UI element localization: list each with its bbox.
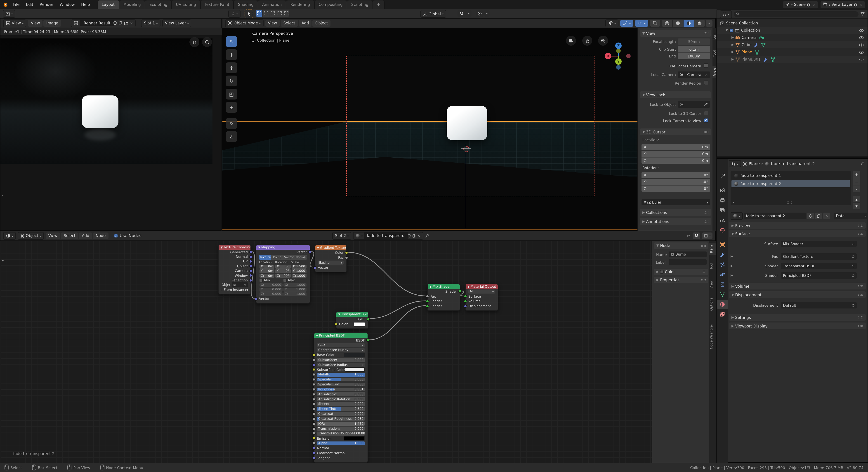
pin-icon[interactable] bbox=[425, 233, 430, 238]
properties-tab-world[interactable] bbox=[717, 226, 728, 235]
expander-icon[interactable]: ▶ bbox=[732, 36, 734, 39]
properties-tab-scene[interactable] bbox=[717, 216, 728, 225]
mapping-type-normal[interactable]: Normal bbox=[295, 255, 307, 259]
node-header[interactable]: ▼ Mix Shader bbox=[428, 284, 460, 289]
node-row-all[interactable]: All▾ bbox=[466, 289, 498, 294]
go-to-parent-node-icon[interactable] bbox=[686, 233, 691, 238]
properties-tab-render[interactable] bbox=[717, 186, 728, 195]
properties-tab-object[interactable] bbox=[717, 240, 728, 249]
eye-open-icon[interactable] bbox=[859, 28, 864, 33]
color-swatch[interactable] bbox=[345, 367, 365, 372]
node-slider[interactable]: Specular:0.500 bbox=[317, 378, 365, 382]
clip-end-field[interactable]: 1000m bbox=[678, 53, 710, 59]
output-socket-vector[interactable] bbox=[308, 250, 311, 254]
unlink-image-icon[interactable]: × bbox=[130, 21, 133, 25]
collections-panel-header[interactable]: ▶ Collections bbox=[640, 209, 711, 216]
node-row-anisotropic-rotation-[interactable]: Anisotropic Rotation:0.000 bbox=[314, 397, 368, 402]
outliner-row-plane[interactable]: ▶Plane bbox=[717, 49, 868, 56]
outliner-item-label[interactable]: Plane bbox=[742, 50, 752, 54]
new-image-icon[interactable] bbox=[119, 21, 123, 25]
workspace-tab-scripting[interactable]: Scripting bbox=[347, 0, 373, 9]
main-menu-edit[interactable]: Edit bbox=[23, 0, 36, 9]
remove-layer-icon[interactable]: × bbox=[860, 2, 863, 7]
editor-type-outliner[interactable]: ▾ bbox=[720, 10, 732, 18]
object-visibility-dropdown[interactable]: ▾ bbox=[605, 19, 618, 27]
sidebar-tab-node-wrangler[interactable]: Node Wrangler bbox=[709, 322, 716, 351]
node-row-clearcoat-[interactable]: Clearcoat:0.000 bbox=[314, 411, 368, 416]
input-socket-clearcoat normal[interactable] bbox=[312, 452, 315, 455]
node-row-christensen-burley[interactable]: Christensen-Burley▾ bbox=[314, 348, 368, 353]
shading-wireframe-button[interactable] bbox=[662, 20, 672, 26]
filter-icon[interactable] bbox=[860, 12, 865, 16]
output-socket-normal[interactable] bbox=[249, 255, 252, 258]
image-menu-view[interactable]: View bbox=[28, 20, 42, 26]
preview-panel-header[interactable]: ▶ Preview bbox=[729, 222, 866, 229]
socket-expander[interactable]: ▶ bbox=[731, 274, 733, 277]
shader-type-selector[interactable]: Object▾ bbox=[18, 232, 43, 239]
zoom-image-button[interactable] bbox=[202, 37, 212, 47]
workspace-tab-modeling[interactable]: Modeling bbox=[119, 0, 145, 9]
main-menu-render[interactable]: Render bbox=[36, 0, 57, 9]
active-tool-button[interactable] bbox=[245, 9, 253, 18]
open-image-folder-icon[interactable] bbox=[124, 21, 128, 25]
cursor-rotation-x[interactable]: X:0° bbox=[642, 172, 710, 178]
local-camera-field[interactable]: Camera× bbox=[678, 71, 710, 78]
node-slider[interactable]: Metallic:1.000 bbox=[317, 373, 365, 377]
properties-tab-particles[interactable] bbox=[717, 260, 728, 269]
node-row-sheen-tint-[interactable]: Sheen Tint:0.500 bbox=[314, 407, 368, 412]
input-socket-fac[interactable] bbox=[426, 295, 429, 298]
select-mode-extend[interactable] bbox=[263, 10, 269, 17]
mode-selector[interactable]: Object Mode▾ bbox=[225, 19, 264, 27]
main-menu-file[interactable]: File bbox=[10, 0, 23, 9]
node-row-transmission-roughness-[interactable]: Transmission Roughness:0.000 bbox=[314, 431, 368, 436]
node-slider[interactable]: Clearcoat Roughness:0.030 bbox=[317, 417, 365, 421]
node-link-mapping-to-gradient-texture[interactable] bbox=[310, 252, 314, 267]
select-mode-invert[interactable] bbox=[276, 10, 283, 17]
input-socket-vector[interactable] bbox=[254, 297, 258, 300]
add-slot-button[interactable]: + bbox=[852, 171, 860, 178]
view-panel-header[interactable]: ▼ View bbox=[640, 30, 711, 37]
camera-view-button[interactable] bbox=[566, 36, 576, 46]
select-mode-set[interactable] bbox=[256, 10, 262, 17]
surface-panel-header[interactable]: ▼ Surface bbox=[729, 230, 866, 237]
properties-tab-view-layer[interactable] bbox=[717, 206, 728, 215]
workspace-tab-layout[interactable]: Layout bbox=[98, 0, 119, 9]
image-sidebar-expander[interactable]: › bbox=[2, 194, 3, 197]
copy-material-icon[interactable] bbox=[815, 212, 822, 219]
output-socket-uv[interactable] bbox=[249, 260, 252, 263]
breadcrumb-object[interactable]: Plane bbox=[749, 161, 760, 166]
shading-material-button[interactable] bbox=[684, 20, 694, 26]
node-name-field[interactable]: Bump bbox=[669, 252, 707, 257]
outliner-search-input[interactable] bbox=[734, 11, 859, 17]
editor-type-properties[interactable]: ▾ bbox=[729, 160, 741, 167]
viewport-canvas[interactable]: Camera Perspective (1) Collection | Plan… bbox=[222, 28, 716, 231]
eye-open-icon[interactable] bbox=[859, 35, 864, 40]
cursor-location-y[interactable]: Y:0m bbox=[642, 151, 710, 157]
outliner-row-plane-001[interactable]: ▶Plane.001 bbox=[717, 56, 868, 63]
input-socket[interactable] bbox=[312, 378, 315, 381]
menu-icon[interactable] bbox=[702, 270, 706, 274]
workspace-tab-texture-paint[interactable]: Texture Paint bbox=[200, 0, 234, 9]
node-value-field[interactable]: X:0m bbox=[259, 265, 275, 268]
input-socket[interactable] bbox=[312, 407, 315, 411]
shading-options-dropdown[interactable]: ▾ bbox=[706, 20, 712, 26]
snap-toggle[interactable] bbox=[458, 10, 466, 17]
node-link-principled-bsdf-to-mix-shader[interactable] bbox=[368, 306, 426, 340]
node-row-ggx[interactable]: GGX▾ bbox=[314, 343, 368, 348]
workspace-tab-sculpting[interactable]: Sculpting bbox=[145, 0, 172, 9]
displacement-row-0-value[interactable]: Default○ bbox=[781, 302, 857, 308]
surface-row-1-value[interactable]: Gradient Texture○ bbox=[781, 253, 857, 260]
node-row-subsurface-color[interactable]: Subsurface Color bbox=[314, 367, 368, 372]
node-slider[interactable]: Specular Tint:0.000 bbox=[317, 382, 365, 386]
editor-type-shader[interactable]: ▾ bbox=[3, 232, 16, 239]
outliner-item-label[interactable]: Camera bbox=[742, 35, 757, 40]
mapping-type-vector[interactable]: Vector bbox=[283, 255, 295, 259]
node-texture-coordinate[interactable]: ▼ Texture CoordinateGeneratedNormalUVObj… bbox=[218, 244, 251, 294]
sidebar-tab-tool[interactable]: Tool bbox=[712, 49, 716, 59]
node-select[interactable]: GGX▾ bbox=[317, 343, 365, 347]
viewport-display-panel-header[interactable]: ▶ Viewport Display bbox=[729, 323, 866, 329]
node-mix-shader[interactable]: ▼ Mix ShaderShaderFacShaderShader bbox=[427, 284, 460, 311]
snap-options-dropdown[interactable]: ▾ bbox=[466, 10, 471, 17]
breadcrumb-material[interactable]: fade-to-transparent-2 bbox=[771, 161, 815, 166]
unlink-scene-icon[interactable]: × bbox=[812, 2, 815, 7]
